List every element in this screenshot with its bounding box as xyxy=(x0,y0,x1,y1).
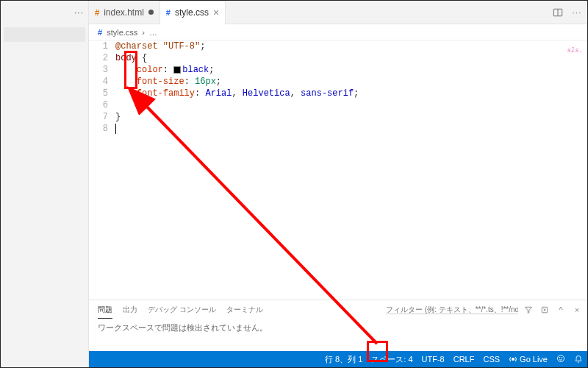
line-number: 5 xyxy=(89,88,108,99)
status-label: 行 8、列 1 xyxy=(325,354,362,365)
status-feedback[interactable] xyxy=(552,351,570,367)
line-number: 2 xyxy=(89,52,108,64)
sidebar: ··· xyxy=(1,1,89,367)
editor-actions: ··· xyxy=(551,1,584,24)
panel-maximize-icon[interactable]: ^ xyxy=(555,304,567,316)
code-line[interactable]: font-size: 16px; xyxy=(115,76,543,88)
line-number: 4 xyxy=(89,76,108,88)
svg-point-4 xyxy=(558,355,564,362)
code-editor[interactable]: 12345678 @charset "UTF-8";body { color: … xyxy=(89,40,587,300)
explorer-placeholder xyxy=(4,27,85,42)
dirty-indicator-icon xyxy=(148,10,154,15)
tab-label: index.html xyxy=(104,7,144,18)
watermark-text: sls. xyxy=(567,45,583,57)
editor-tab-style-css[interactable]: #style.css× xyxy=(159,1,226,24)
problems-empty-text: ワークスペースで問題は検出されていません。 xyxy=(98,323,268,332)
code-line[interactable]: body { xyxy=(115,52,543,64)
status-label: UTF-8 xyxy=(422,355,445,364)
editor-area: 12345678 @charset "UTF-8";body { color: … xyxy=(89,40,587,300)
broadcast-icon xyxy=(509,355,517,364)
status-bar: 行 8、列 1スペース: 4UTF-8CRLFCSSGo Live xyxy=(89,351,587,367)
status-label: CRLF xyxy=(453,355,475,364)
panel-tab-2[interactable]: デバッグ コンソール xyxy=(148,302,216,318)
panel-right-controls: ^ × xyxy=(386,300,583,319)
problems-filter-input[interactable] xyxy=(386,305,518,314)
breadcrumb-sep: › xyxy=(142,28,145,37)
editor-tabs: #index.html#style.css× ··· xyxy=(89,1,587,24)
sidebar-more-icon[interactable]: ··· xyxy=(74,7,84,18)
code-line[interactable]: } xyxy=(115,111,543,123)
line-number: 1 xyxy=(89,40,108,52)
code-line[interactable] xyxy=(115,123,543,135)
breadcrumb-file: style.css xyxy=(107,28,137,37)
minimap[interactable]: sls. xyxy=(543,40,587,300)
status-lang[interactable]: CSS xyxy=(478,351,504,367)
close-tab-icon[interactable]: × xyxy=(213,7,219,18)
status-eol[interactable]: CRLF xyxy=(449,351,479,367)
tab-label: style.css xyxy=(175,7,209,18)
status-cursor-pos[interactable]: 行 8、列 1 xyxy=(320,351,367,367)
sidebar-body xyxy=(1,24,88,367)
panel-tab-3[interactable]: ターミナル xyxy=(226,302,263,318)
bottom-panel: 問題出力デバッグ コンソールターミナル ^ × ワークスペースで問題は検出されて… xyxy=(89,300,587,351)
feedback-icon xyxy=(556,354,565,364)
panel-tab-0[interactable]: 問題 xyxy=(98,302,112,319)
code-line[interactable] xyxy=(115,99,543,111)
app-root: ··· #index.html#style.css× ··· # style.c… xyxy=(0,0,588,368)
code-line[interactable]: color: black; xyxy=(115,64,543,76)
code-line[interactable]: font-family: Arial, Helvetica, sans-seri… xyxy=(115,88,543,99)
panel-close-icon[interactable]: × xyxy=(571,304,583,316)
breadcrumb-rest: … xyxy=(149,28,157,37)
svg-point-3 xyxy=(512,358,514,361)
editor-more-icon[interactable]: ··· xyxy=(570,5,584,20)
panel-body: ワークスペースで問題は検出されていません。 xyxy=(89,319,587,351)
line-number: 7 xyxy=(89,111,108,123)
breadcrumb-file-icon: # xyxy=(98,28,102,37)
code-line[interactable]: @charset "UTF-8"; xyxy=(115,40,543,52)
status-bell[interactable] xyxy=(570,351,587,367)
status-label: CSS xyxy=(483,355,500,364)
bell-icon xyxy=(574,355,583,364)
code-content[interactable]: @charset "UTF-8";body { color: black; fo… xyxy=(115,40,543,300)
file-icon: # xyxy=(95,8,99,17)
panel-tabs: 問題出力デバッグ コンソールターミナル ^ × xyxy=(89,300,587,319)
svg-point-6 xyxy=(562,357,562,358)
file-icon: # xyxy=(166,8,171,17)
split-editor-icon[interactable] xyxy=(551,5,565,20)
clear-icon[interactable] xyxy=(539,304,551,316)
main-column: #index.html#style.css× ··· # style.css ›… xyxy=(89,1,587,367)
sidebar-header: ··· xyxy=(1,1,88,24)
line-number: 8 xyxy=(89,123,108,135)
line-gutter: 12345678 xyxy=(89,40,115,300)
status-golive[interactable]: Go Live xyxy=(504,351,552,367)
line-number: 6 xyxy=(89,99,108,111)
status-label: Go Live xyxy=(520,355,548,364)
status-encoding[interactable]: UTF-8 xyxy=(417,351,449,367)
editor-tab-index-html[interactable]: #index.html xyxy=(89,1,159,24)
breadcrumb[interactable]: # style.css › … xyxy=(89,24,587,40)
filter-icon[interactable] xyxy=(523,304,534,316)
panel-tab-1[interactable]: 出力 xyxy=(123,302,137,318)
status-indent[interactable]: スペース: 4 xyxy=(367,351,417,367)
line-number: 3 xyxy=(89,64,108,76)
svg-point-5 xyxy=(559,357,560,358)
status-label: スペース: 4 xyxy=(371,354,412,365)
